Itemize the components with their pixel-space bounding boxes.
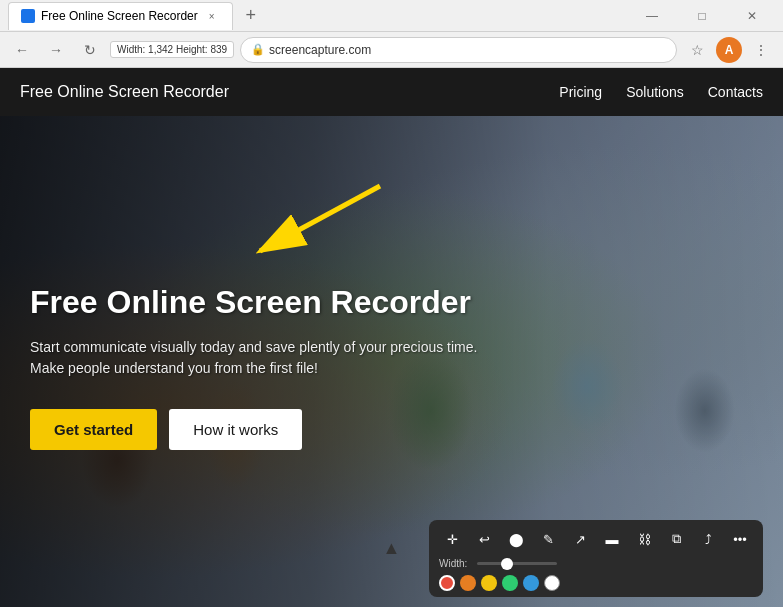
hero-buttons: Get started How it works xyxy=(30,409,490,450)
favorites-icon[interactable]: ☆ xyxy=(683,36,711,64)
screenshot-toolbar: ✛ ↩ ⬤ ✎ ↗ ▬ ⛓ ⧉ ⤴ ••• Width: xyxy=(429,520,763,597)
lock-icon: 🔒 xyxy=(251,43,265,56)
arrow-annotation xyxy=(200,176,400,276)
copy-tool[interactable]: ⧉ xyxy=(663,526,689,552)
color-green[interactable] xyxy=(502,575,518,591)
nav-solutions[interactable]: Solutions xyxy=(626,84,684,100)
nav-pricing[interactable]: Pricing xyxy=(559,84,602,100)
dimension-badge: Width: 1,342 Height: 839 xyxy=(110,41,234,58)
address-bar-actions: ☆ A ⋮ xyxy=(683,36,775,64)
maximize-button[interactable]: □ xyxy=(679,2,725,30)
pen-tool[interactable]: ✎ xyxy=(535,526,561,552)
undo-tool[interactable]: ↩ xyxy=(471,526,497,552)
color-white[interactable] xyxy=(544,575,560,591)
circle-tool[interactable]: ⬤ xyxy=(503,526,529,552)
url-text: screencapture.com xyxy=(269,43,371,57)
back-button[interactable]: ← xyxy=(8,36,36,64)
svg-line-1 xyxy=(260,186,380,251)
address-bar: ← → ↻ Width: 1,342 Height: 839 🔒 screenc… xyxy=(0,32,783,68)
tab-list: Free Online Screen Recorder × + xyxy=(8,2,629,30)
get-started-button[interactable]: Get started xyxy=(30,409,157,450)
hero-subtitle: Start communicate visually today and sav… xyxy=(30,337,490,379)
site-logo: Free Online Screen Recorder xyxy=(20,83,229,101)
browser-content: Free Online Screen Recorder Pricing Solu… xyxy=(0,68,783,607)
refresh-button[interactable]: ↻ xyxy=(76,36,104,64)
tab-title: Free Online Screen Recorder xyxy=(41,9,198,23)
close-button[interactable]: ✕ xyxy=(729,2,775,30)
width-label: Width: xyxy=(439,558,467,569)
nav-contacts[interactable]: Contacts xyxy=(708,84,763,100)
more-options-icon[interactable]: ⋮ xyxy=(747,36,775,64)
hero-subtitle-line1: Start communicate visually today and sav… xyxy=(30,339,477,355)
hero-title: Free Online Screen Recorder xyxy=(30,283,490,321)
minimize-button[interactable]: — xyxy=(629,2,675,30)
color-yellow[interactable] xyxy=(481,575,497,591)
width-slider[interactable] xyxy=(477,562,557,565)
avatar[interactable]: A xyxy=(716,37,742,63)
tools-row: ✛ ↩ ⬤ ✎ ↗ ▬ ⛓ ⧉ ⤴ ••• xyxy=(439,526,753,552)
site-nav: Free Online Screen Recorder Pricing Solu… xyxy=(0,68,783,116)
active-tab[interactable]: Free Online Screen Recorder × xyxy=(8,2,233,30)
more-tool[interactable]: ••• xyxy=(727,526,753,552)
pointer-tool[interactable]: ✛ xyxy=(439,526,465,552)
width-slider-thumb[interactable] xyxy=(501,558,513,570)
site-nav-links: Pricing Solutions Contacts xyxy=(559,84,763,100)
how-it-works-button[interactable]: How it works xyxy=(169,409,302,450)
os-window: Free Online Screen Recorder × + — □ ✕ ← … xyxy=(0,0,783,607)
arrow-tool[interactable]: ↗ xyxy=(567,526,593,552)
mouse-cursor: ▲ xyxy=(383,538,401,559)
highlight-tool[interactable]: ▬ xyxy=(599,526,625,552)
hero-subtitle-line2: Make people understand you from the firs… xyxy=(30,360,318,376)
url-bar[interactable]: 🔒 screencapture.com xyxy=(240,37,677,63)
color-red[interactable] xyxy=(439,575,455,591)
title-bar: Free Online Screen Recorder × + — □ ✕ xyxy=(0,0,783,32)
color-orange[interactable] xyxy=(460,575,476,591)
link-tool[interactable]: ⛓ xyxy=(631,526,657,552)
color-palette xyxy=(439,575,753,591)
new-tab-button[interactable]: + xyxy=(237,2,265,30)
tab-close-button[interactable]: × xyxy=(204,8,220,24)
width-control: Width: xyxy=(439,556,753,571)
tab-favicon xyxy=(21,9,35,23)
share-tool[interactable]: ⤴ xyxy=(695,526,721,552)
user-profile-icon[interactable]: A xyxy=(715,36,743,64)
forward-button[interactable]: → xyxy=(42,36,70,64)
color-blue[interactable] xyxy=(523,575,539,591)
window-controls: — □ ✕ xyxy=(629,2,775,30)
